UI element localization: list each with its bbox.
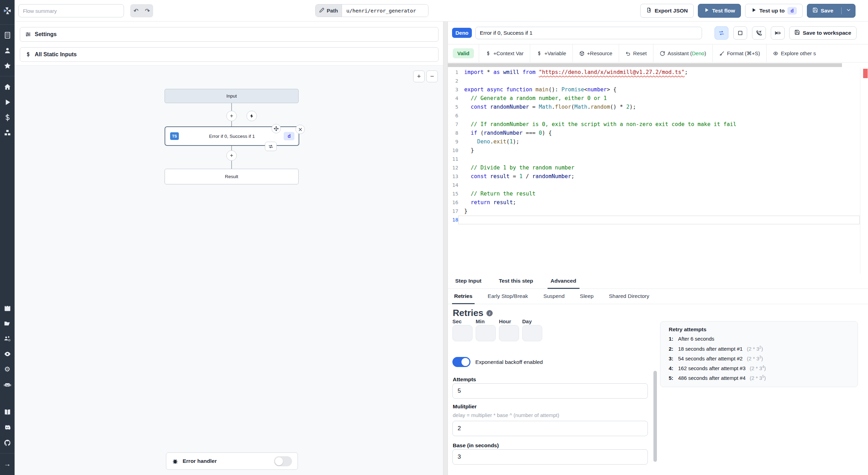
cube-icon [579, 51, 585, 56]
flow-summary-input[interactable] [18, 4, 124, 17]
zoom-out-button[interactable]: − [426, 70, 438, 82]
result-node[interactable]: Result [165, 169, 299, 184]
line-number: 3 [448, 85, 458, 94]
code-line[interactable]: 16 return result; [448, 198, 868, 207]
expand-editor-button[interactable] [733, 26, 747, 40]
add-resource-button[interactable]: +Resource [578, 50, 614, 56]
settings-gear-icon[interactable]: ⚙ [0, 361, 15, 377]
multiplier-input[interactable] [452, 421, 648, 436]
add-step-button[interactable]: + [226, 150, 237, 161]
assistant-button[interactable]: Assistant (Deno) [658, 50, 708, 56]
zoom-in-button[interactable]: + [413, 70, 425, 82]
github-icon[interactable] [0, 435, 15, 450]
subtab-sleep[interactable]: Sleep [578, 289, 596, 304]
tab-step-input[interactable]: Step Input [452, 274, 485, 289]
exponential-backoff-toggle[interactable] [452, 357, 470, 367]
panel-splitter[interactable] [443, 22, 448, 475]
add-step-button[interactable]: + [226, 111, 237, 121]
attempts-input[interactable] [452, 383, 648, 399]
step-name-input[interactable] [475, 27, 702, 39]
code-line[interactable]: 4 // Generate a random number, either 0 … [448, 94, 868, 103]
min-input[interactable] [476, 325, 496, 341]
error-handler-toggle[interactable] [274, 456, 292, 466]
code-line[interactable]: 14 [448, 181, 868, 190]
save-button[interactable]: Save [807, 4, 856, 18]
save-dropdown-button[interactable] [841, 7, 855, 14]
code-line[interactable]: 17} [448, 207, 868, 216]
base-input[interactable] [452, 449, 648, 465]
redo-button[interactable]: ↷ [142, 4, 153, 17]
input-node[interactable]: Input [165, 89, 299, 103]
reset-button[interactable]: Reset [624, 50, 648, 56]
add-context-var-button[interactable]: +Context Var [484, 50, 525, 56]
code-line[interactable]: 7 // If randomNumber is 0, exit the scri… [448, 120, 868, 129]
hour-input[interactable] [499, 325, 519, 341]
trigger-bolt-button[interactable] [247, 111, 257, 121]
code-line[interactable]: 9 Deno.exit(1); [448, 138, 868, 146]
folders-icon[interactable] [0, 316, 15, 331]
day-input[interactable] [522, 325, 542, 341]
code-line[interactable]: 8 if (randomNumber === 0) { [448, 129, 868, 138]
retries-scrollbar[interactable] [653, 371, 657, 462]
code-line[interactable]: 15 // Return the result [448, 190, 868, 198]
info-icon[interactable]: i [486, 310, 493, 316]
move-step-button[interactable] [272, 124, 281, 133]
retry-loop-button[interactable] [265, 142, 277, 151]
audit-eye-icon[interactable] [0, 346, 15, 361]
home-icon[interactable] [0, 79, 15, 94]
explore-scripts-button[interactable]: Explore other s [771, 50, 817, 56]
export-json-button[interactable]: Export JSON [640, 4, 694, 18]
sec-input[interactable] [452, 325, 473, 341]
expand-arrow-right-icon[interactable]: → [0, 456, 15, 472]
path-value[interactable]: u/henri/error_generator [342, 5, 428, 17]
discord-icon[interactable] [0, 420, 15, 435]
editor-horizontal-scrollbar[interactable] [448, 63, 842, 67]
path-field[interactable]: Path u/henri/error_generator [315, 4, 428, 17]
save-to-workspace-button[interactable]: Save to workspace [789, 26, 857, 40]
delete-step-button[interactable] [295, 125, 305, 134]
resources-boxes-icon[interactable] [0, 125, 15, 140]
flow-settings-row[interactable]: Settings [20, 27, 439, 42]
editor-toolbar: Valid +Context Var +Variable +Resource R… [448, 44, 868, 62]
error-handler-row[interactable]: Error handler [166, 452, 298, 470]
test-flow-button[interactable]: Test flow [698, 4, 741, 18]
runs-play-icon[interactable] [0, 94, 15, 110]
workspace-building-icon[interactable] [0, 27, 15, 43]
subtab-retries[interactable]: Retries [452, 289, 475, 304]
subtab-suspend[interactable]: Suspend [541, 289, 567, 304]
undo-button[interactable]: ↶ [130, 4, 142, 17]
docs-book-icon[interactable] [0, 405, 15, 420]
ai-robot-icon[interactable] [0, 377, 15, 392]
webhook-call-button[interactable] [752, 26, 766, 40]
add-variable-button[interactable]: +Variable [535, 50, 568, 56]
all-static-inputs-row[interactable]: All Static Inputs [20, 47, 439, 62]
code-editor[interactable]: 1import * as wmill from "https://deno.la… [448, 62, 868, 274]
tab-test-this-step[interactable]: Test this step [496, 274, 536, 289]
code-line[interactable]: 12 // Divide 1 by the random number [448, 164, 868, 172]
subtab-early-stop-break[interactable]: Early Stop/Break [486, 289, 530, 304]
code-line[interactable]: 3export async function main(): Promise<n… [448, 85, 868, 94]
test-up-to-button[interactable]: Test up to d [745, 4, 803, 18]
code-line[interactable]: 10 } [448, 146, 868, 155]
code-line[interactable]: 11 [448, 155, 868, 164]
code-line[interactable]: 6 [448, 111, 868, 120]
variables-dollar-icon[interactable] [0, 110, 15, 125]
app-sidebar: ⚙ → [0, 0, 15, 475]
sync-toggle-button[interactable] [715, 26, 728, 40]
star-icon[interactable] [0, 58, 15, 73]
tab-advanced[interactable]: Advanced [548, 274, 579, 289]
schedules-calendar-icon[interactable] [0, 300, 15, 316]
code-line[interactable]: 13 const result = 1 / randomNumber; [448, 172, 868, 181]
code-line[interactable]: 5 const randomNumber = Math.floor(Math.r… [448, 103, 868, 111]
editor-header: Deno Save to workspace [448, 22, 868, 44]
code-line[interactable]: 18 [448, 216, 868, 224]
sleep-bed-button[interactable] [771, 26, 785, 40]
windmill-logo-icon[interactable] [0, 0, 15, 22]
subtab-shared-directory[interactable]: Shared Directory [607, 289, 651, 304]
flow-canvas[interactable]: + − Input + TS Error if 0, Success if 1 … [15, 65, 443, 475]
format-button[interactable]: Format (⌘+S) [718, 50, 761, 57]
user-icon[interactable] [0, 43, 15, 58]
code-line[interactable]: 2 [448, 77, 868, 85]
code-line[interactable]: 1import * as wmill from "https://deno.la… [448, 68, 868, 77]
groups-users-gear-icon[interactable] [0, 331, 15, 346]
